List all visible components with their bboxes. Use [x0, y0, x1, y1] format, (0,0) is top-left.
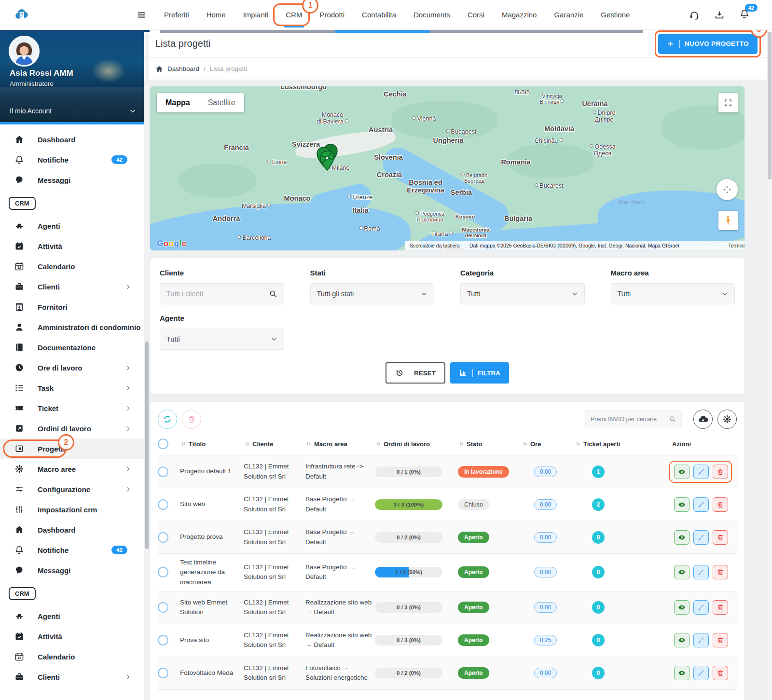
nav-gestione[interactable]: Gestione [601, 8, 630, 22]
download-icon[interactable] [714, 10, 725, 20]
delete-selected-button[interactable] [182, 410, 201, 429]
edit-button[interactable] [693, 633, 709, 647]
sidebar-item-impostazioni-crm[interactable]: Impostazioni crm [0, 499, 144, 520]
nav-impianti[interactable]: Impianti [243, 8, 269, 22]
sidebar-item-ticket[interactable]: Ticket [0, 398, 144, 418]
sidebar-item-notifiche[interactable]: Notifiche42 [0, 150, 144, 170]
sidebar-item-calendario-2[interactable]: 12Calendario [0, 646, 144, 667]
notifications-bell[interactable]: 42 [739, 9, 750, 21]
delete-button[interactable] [713, 465, 728, 479]
sidebar-item-configurazione[interactable]: Configurazione [0, 479, 144, 499]
view-button[interactable] [674, 666, 689, 680]
row-checkbox[interactable] [158, 567, 168, 577]
agente-select[interactable]: Tutti [160, 329, 284, 350]
delete-button[interactable] [713, 530, 728, 545]
delete-button[interactable] [713, 600, 728, 615]
stati-select[interactable]: Tutti gli stati [310, 283, 435, 304]
nav-garanzie[interactable]: Garanzie [554, 8, 583, 22]
edit-button[interactable] [693, 465, 709, 479]
sidebar-item-fornitori[interactable]: Fornitori [0, 297, 144, 317]
nav-documents[interactable]: Documents [414, 8, 450, 22]
view-button[interactable] [674, 600, 689, 615]
select-all-checkbox[interactable] [158, 439, 168, 449]
vertical-scrollbar[interactable] [767, 32, 772, 700]
column-cliente[interactable]: Cliente [244, 440, 305, 448]
nav-prodotti[interactable]: Prodotti [319, 8, 345, 22]
delete-button[interactable] [713, 497, 728, 512]
pan-control[interactable] [717, 179, 738, 200]
view-button[interactable] [674, 565, 689, 579]
sidebar-item-agenti-2[interactable]: Agenti [0, 606, 144, 626]
column-ore[interactable]: Ore [522, 440, 575, 448]
my-account-toggle[interactable]: Il mio Account [10, 107, 136, 115]
edit-button[interactable] [693, 600, 709, 615]
delete-button[interactable] [713, 666, 728, 680]
terms-link[interactable]: Termini [728, 243, 744, 248]
column-titolo[interactable]: Titolo [180, 440, 244, 448]
refresh-button[interactable] [158, 410, 177, 429]
support-headset-icon[interactable] [689, 10, 700, 20]
delete-button[interactable] [713, 633, 728, 647]
sidebar-item-task[interactable]: Task [0, 378, 144, 398]
horizontal-scrollbar[interactable] [160, 30, 643, 33]
street-view-pegman[interactable] [718, 211, 738, 230]
table-search-input[interactable] [591, 416, 669, 423]
sidebar-item-ordini-di-lavoro[interactable]: Ordini di lavoro [0, 418, 144, 439]
macro-area-select[interactable]: Tutti [611, 283, 735, 304]
sidebar-item-messaggi-2[interactable]: Messaggi [0, 560, 144, 580]
table-settings-button[interactable] [717, 410, 737, 429]
vertical-scrollbar-thumb[interactable] [768, 32, 772, 179]
nuovo-progetto-button[interactable]: NUOVO PROGETTO 3 [658, 34, 758, 54]
avatar[interactable] [9, 36, 40, 67]
view-button[interactable] [674, 530, 689, 545]
sidebar-item-notifiche-2[interactable]: Notifiche42 [0, 540, 144, 560]
breadcrumb-dashboard[interactable]: Dashboard [167, 65, 199, 72]
nav-magazzino[interactable]: Magazzino [502, 8, 537, 22]
view-button[interactable] [674, 633, 689, 647]
view-button[interactable] [674, 465, 689, 479]
sidebar-item-ore-di-lavoro[interactable]: Ore di lavoro [0, 357, 144, 378]
nav-preferiti[interactable]: Preferiti [164, 8, 189, 22]
map-marker-cluster[interactable] [312, 143, 342, 176]
row-checkbox[interactable] [158, 668, 168, 678]
view-button[interactable] [674, 497, 689, 512]
menu-icon[interactable] [136, 10, 147, 20]
column-macro-area[interactable]: Macro area [305, 440, 375, 448]
sidebar-scrollbar[interactable] [145, 33, 149, 699]
keyboard-shortcuts-link[interactable]: Scorciatoie da tastiera [410, 243, 460, 248]
edit-button[interactable] [693, 666, 709, 680]
map-button[interactable]: Mappa [157, 93, 199, 112]
row-checkbox[interactable] [158, 499, 168, 510]
row-checkbox[interactable] [158, 602, 168, 613]
nav-crm[interactable]: CRM 1 [286, 8, 302, 22]
sidebar-item-progetti[interactable]: Progetti 2 [0, 439, 144, 459]
reset-button[interactable]: RESET [386, 362, 445, 384]
sidebar-item-attivita[interactable]: Attività [0, 236, 144, 256]
row-checkbox[interactable] [158, 635, 168, 645]
sidebar-item-calendario[interactable]: 12Calendario [0, 256, 144, 276]
row-checkbox[interactable] [158, 467, 168, 477]
categoria-select[interactable]: Tutti [460, 283, 585, 304]
export-button[interactable] [693, 410, 713, 429]
nav-contabilita[interactable]: Contabilita [362, 8, 396, 22]
sidebar-item-dashboard-2[interactable]: Dashboard [0, 520, 144, 540]
column-ticket-aperti[interactable]: Ticket aperti [575, 440, 638, 448]
satellite-button[interactable]: Satellite [199, 93, 244, 112]
cliente-input[interactable] [166, 290, 266, 298]
sidebar-scrollbar-thumb[interactable] [145, 342, 149, 549]
sidebar-item-documentazione[interactable]: Documentazione [0, 337, 144, 357]
column-stato[interactable]: Stato [458, 440, 522, 448]
map[interactable]: Lussemburgo Cechia ЛЬВІВ Vinnycja Вінниц… [150, 86, 745, 251]
delete-button[interactable] [713, 565, 728, 579]
sidebar-item-clienti[interactable]: Clienti [0, 276, 144, 297]
column-ordini-di-lavoro[interactable]: Ordini di lavoro [375, 440, 458, 448]
sidebar-item-messaggi[interactable]: Messaggi [0, 170, 144, 190]
sidebar-item-attivita-2[interactable]: Attività [0, 626, 144, 646]
row-checkbox[interactable] [158, 532, 168, 543]
sidebar-item-amministratori[interactable]: Amministratori di condominio [0, 317, 144, 337]
sidebar-item-dashboard[interactable]: Dashboard [0, 129, 144, 150]
edit-button[interactable] [693, 497, 709, 512]
sidebar-item-macro-aree[interactable]: Macro aree [0, 459, 144, 479]
sidebar-item-clienti-2[interactable]: Clienti [0, 667, 144, 687]
sidebar-item-agenti[interactable]: Agenti [0, 216, 144, 236]
